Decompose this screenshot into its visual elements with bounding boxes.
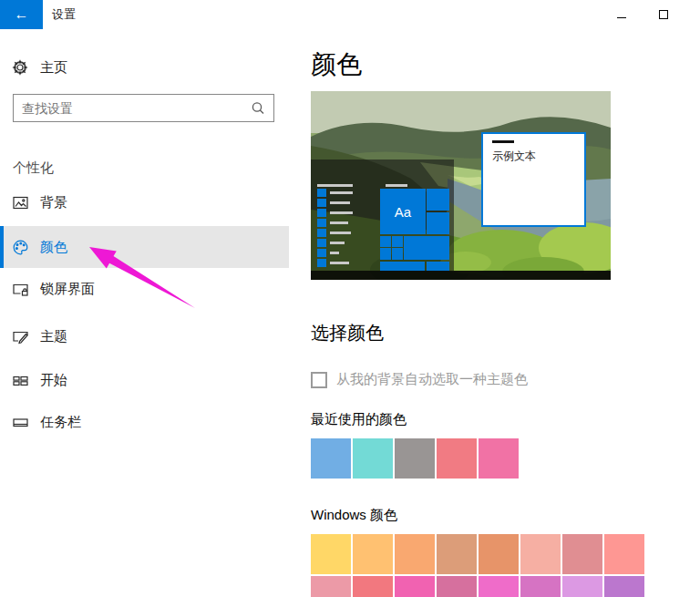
sidebar-item-label: 背景 (40, 194, 67, 211)
sidebar-item-start[interactable]: 开始 (0, 359, 289, 401)
sidebar: 主页 个性化 背景 (0, 29, 289, 597)
start-icon (13, 373, 28, 388)
sidebar-item-taskbar[interactable]: 任务栏 (0, 401, 289, 443)
color-swatch[interactable] (479, 438, 519, 479)
sidebar-item-label: 颜色 (40, 239, 67, 256)
sidebar-item-label: 主题 (40, 328, 67, 345)
search-input[interactable] (14, 101, 248, 116)
color-swatch[interactable] (395, 438, 435, 479)
sidebar-item-colors[interactable]: 颜色 (0, 226, 289, 268)
windows-colors-label: Windows 颜色 (311, 507, 397, 524)
title-bar: ← 设置 (0, 0, 700, 29)
auto-pick-label: 从我的背景自动选取一种主题色 (336, 371, 528, 388)
theme-icon (13, 329, 28, 345)
search-box[interactable] (13, 94, 274, 122)
color-swatch[interactable] (604, 534, 644, 574)
color-swatch[interactable] (311, 438, 351, 479)
auto-pick-color-option[interactable]: 从我的背景自动选取一种主题色 (311, 371, 528, 388)
sidebar-item-lock-screen[interactable]: 锁屏界面 (0, 268, 289, 310)
color-swatch[interactable] (562, 534, 602, 574)
color-swatch[interactable] (353, 576, 393, 597)
color-swatch[interactable] (604, 576, 644, 597)
sidebar-section-header: 个性化 (13, 160, 54, 177)
search-icon (248, 98, 268, 118)
back-button[interactable]: ← (0, 0, 43, 29)
sidebar-item-label: 任务栏 (40, 414, 81, 431)
color-swatch[interactable] (437, 438, 477, 479)
color-swatch[interactable] (479, 534, 519, 574)
windows-colors-row-1 (311, 534, 644, 574)
back-arrow-icon: ← (15, 6, 29, 23)
color-swatch[interactable] (437, 534, 477, 574)
color-swatch[interactable] (395, 534, 435, 574)
color-swatch[interactable] (437, 576, 477, 597)
palette-icon (13, 240, 28, 255)
page-title: 颜色 (311, 47, 362, 82)
auto-pick-checkbox[interactable] (311, 372, 327, 388)
minimize-icon (617, 17, 626, 18)
color-swatch[interactable] (479, 576, 519, 597)
start-menu-preview: Aa (311, 160, 454, 271)
choose-color-heading: 选择颜色 (311, 321, 384, 345)
sample-text: 示例文本 (492, 149, 536, 164)
sample-window-title-line (492, 140, 514, 143)
color-swatch[interactable] (562, 576, 602, 597)
window-title: 设置 (52, 0, 76, 29)
color-swatch[interactable] (520, 576, 561, 597)
color-swatch[interactable] (311, 576, 351, 597)
sample-window: 示例文本 (481, 132, 586, 227)
color-swatch[interactable] (311, 534, 351, 574)
taskbar-icon (13, 415, 28, 430)
accent-tile: Aa (380, 189, 426, 234)
sidebar-item-label: 锁屏界面 (40, 281, 95, 298)
sidebar-item-home[interactable]: 主页 (0, 53, 289, 82)
maximize-button[interactable] (643, 0, 685, 29)
maximize-icon (659, 10, 668, 19)
sidebar-item-themes[interactable]: 主题 (0, 315, 289, 357)
color-swatch[interactable] (520, 534, 561, 574)
sidebar-item-label: 开始 (40, 372, 67, 389)
minimize-button[interactable] (601, 0, 643, 29)
color-swatch[interactable] (353, 438, 393, 479)
sidebar-item-label: 主页 (40, 59, 67, 77)
settings-window: ← 设置 主页 个性 (0, 0, 700, 597)
image-icon (13, 195, 28, 211)
lock-screen-icon (13, 282, 28, 297)
recent-colors-row (311, 438, 519, 479)
color-swatch[interactable] (395, 576, 435, 597)
gear-icon (12, 59, 28, 76)
color-swatch[interactable] (353, 534, 393, 574)
color-preview-image: Aa 示例文本 (311, 91, 611, 280)
recent-colors-label: 最近使用的颜色 (311, 411, 407, 428)
sidebar-item-background[interactable]: 背景 (0, 181, 289, 223)
taskbar-preview (311, 271, 611, 280)
windows-colors-row-2 (311, 576, 644, 597)
